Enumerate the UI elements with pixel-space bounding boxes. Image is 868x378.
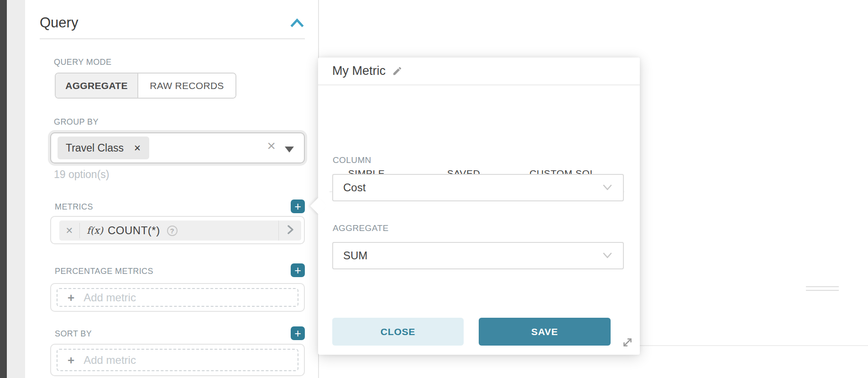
add-metric-button[interactable]: + — [291, 200, 305, 213]
remove-metric-icon[interactable]: ✕ — [59, 225, 79, 236]
add-sort-by-button[interactable]: + — [291, 326, 305, 340]
clear-all-icon[interactable]: × — [267, 138, 276, 153]
chart-builder-screen: Query QUERY MODE AGGREGATE RAW RECORDS G… — [0, 0, 868, 378]
group-by-label: GROUP BY — [54, 118, 99, 126]
metric-editor-popover: My Metric SIMPLE SAVED CUSTOM SQL COLUMN… — [318, 58, 640, 355]
percentage-metrics-label: PERCENTAGE METRICS — [55, 267, 153, 275]
percentage-metrics-field: + Add metric — [50, 283, 305, 312]
metric-expand-handle[interactable] — [278, 220, 301, 241]
add-percentage-metric-button[interactable]: + — [291, 263, 305, 277]
drag-handle[interactable] — [806, 290, 839, 291]
query-mode-option-raw-records[interactable]: RAW RECORDS — [138, 74, 235, 98]
left-edge-dark-rail — [0, 0, 7, 378]
metric-name: COUNT(*) — [108, 224, 160, 237]
group-by-tag-label: Travel Class — [66, 142, 124, 154]
resize-expand-icon[interactable] — [621, 336, 635, 350]
sort-by-label: SORT BY — [55, 330, 92, 338]
group-by-tag[interactable]: Travel Class ✕ — [58, 136, 149, 159]
add-metric-placeholder: Add metric — [84, 354, 136, 367]
left-edge-light-rail — [7, 0, 25, 378]
group-by-options-hint: 19 option(s) — [54, 168, 109, 181]
chevron-down-icon — [602, 252, 613, 259]
plus-icon: + — [294, 328, 301, 339]
column-select[interactable]: Cost — [332, 174, 624, 201]
sort-by-field: + Add metric — [50, 344, 305, 376]
collapse-section-button[interactable] — [290, 17, 304, 28]
add-metric-placeholder: Add metric — [84, 291, 136, 304]
group-by-select[interactable]: Travel Class ✕ × — [50, 132, 305, 163]
function-icon: f(x) — [87, 225, 103, 236]
popover-header: My Metric — [318, 58, 640, 85]
aggregate-select-value: SUM — [343, 249, 367, 262]
plus-icon: + — [294, 201, 301, 212]
drag-handle[interactable] — [806, 286, 839, 287]
chevron-down-icon — [602, 184, 613, 191]
edit-pencil-icon[interactable] — [392, 66, 403, 76]
metric-title: My Metric — [332, 64, 386, 78]
metrics-field: ✕ f(x) COUNT(*) ? — [50, 216, 305, 244]
chart-card-border — [640, 345, 868, 346]
query-mode-label: QUERY MODE — [54, 58, 111, 66]
metric-pill-count[interactable]: ✕ f(x) COUNT(*) ? — [59, 220, 301, 241]
tag-remove-icon[interactable]: ✕ — [134, 143, 141, 153]
plus-icon: + — [68, 292, 74, 304]
close-button[interactable]: CLOSE — [332, 318, 464, 346]
caret-down-icon[interactable] — [285, 147, 294, 152]
plus-icon: + — [68, 354, 74, 366]
plus-icon: + — [294, 265, 301, 276]
metrics-label: METRICS — [55, 203, 93, 211]
add-percentage-metric-dropzone[interactable]: + Add metric — [57, 288, 298, 307]
aggregate-select[interactable]: SUM — [332, 242, 624, 269]
query-panel-title: Query — [40, 15, 78, 31]
chevron-right-icon — [286, 224, 295, 237]
aggregate-label: AGGREGATE — [333, 224, 389, 232]
save-button[interactable]: SAVE — [479, 318, 611, 346]
chevron-up-icon — [290, 22, 304, 30]
column-label: COLUMN — [333, 156, 371, 164]
column-select-value: Cost — [343, 181, 366, 194]
title-divider — [40, 38, 305, 39]
add-sort-by-dropzone[interactable]: + Add metric — [57, 349, 298, 371]
popover-arrow — [310, 198, 327, 215]
query-mode-option-aggregate[interactable]: AGGREGATE — [56, 74, 138, 98]
query-mode-toggle: AGGREGATE RAW RECORDS — [55, 73, 236, 99]
pill-separator — [79, 223, 80, 238]
help-icon[interactable]: ? — [167, 226, 178, 236]
